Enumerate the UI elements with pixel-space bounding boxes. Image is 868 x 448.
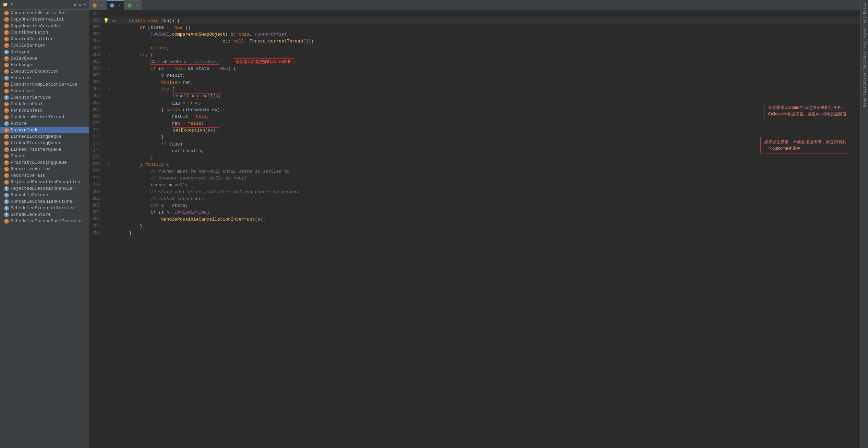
line-number: 258 [89, 38, 103, 45]
line-code[interactable]: int s = state; [116, 202, 860, 209]
sidebar-item-forkjoinworkerthread[interactable]: CForkJoinWorkerThread [0, 114, 89, 120]
maven-panel[interactable]: Maven [862, 25, 867, 39]
uel-panel[interactable]: uel [862, 40, 867, 49]
sidebar-item-countdownlatch[interactable]: CCountDownLatch [0, 29, 89, 36]
tab-icon-runnable [128, 3, 132, 8]
line-code[interactable]: // prevent concurrent calls to run() [116, 175, 860, 182]
class-type-badge: C [4, 63, 9, 67]
tab-runnable[interactable]: ✕ [124, 0, 142, 10]
line-code[interactable]: } [116, 134, 860, 140]
sidebar-item-linkedtransferqueue[interactable]: CLinkedTransferQueue [0, 146, 89, 153]
line-code[interactable] [116, 10, 860, 17]
sidebar-item-linkedblockingdeque[interactable]: CLinkedBlockingDeque [0, 133, 89, 140]
line-code[interactable]: } [116, 154, 860, 161]
line-number: 255 [89, 17, 103, 24]
close-abstract-tab[interactable]: ✕ [101, 3, 103, 8]
line-code[interactable]: handlePossibleCancellationInterrupt(s); [116, 216, 860, 223]
sidebar-item-recursivetask[interactable]: CRecursiveTask [0, 172, 89, 179]
sidebar-item-runnablefuture[interactable]: IRunnableFuture [0, 192, 89, 198]
close-future-tab[interactable]: ✕ [118, 3, 120, 8]
line-code[interactable]: set(result); [116, 147, 860, 154]
line-code[interactable]: } catch (Throwable ex) { [116, 106, 860, 113]
line-code[interactable]: if (s >= INTERRUPTING) [116, 209, 860, 216]
sidebar-item-scheduledfuture[interactable]: IScheduledFuture [0, 211, 89, 218]
line-code[interactable]: public void run() { [116, 17, 860, 24]
table-row: 270 ran = false; [89, 120, 860, 127]
line-code[interactable]: V result; [116, 72, 860, 79]
sidebar-item-future[interactable]: IFuture [0, 120, 89, 127]
database-panel[interactable]: Database [862, 50, 867, 71]
line-code[interactable]: if (ran) [116, 140, 860, 147]
line-gutter: ◇ [103, 161, 116, 168]
table-row: 278 // prevent concurrent calls to run() [89, 175, 860, 182]
sidebar-item-recursiveaction[interactable]: CRecursiveAction [0, 166, 89, 172]
code-editor[interactable]: 254 255 💡 ⬆⬇ public void run() { 256 if … [89, 10, 860, 448]
sidebar-item-concurrentskiplistset[interactable]: CConcurrentSkipListSet [0, 10, 89, 16]
tab-future-task[interactable]: ✕ [107, 0, 124, 10]
sidebar-item-delayqueue[interactable]: CDelayQueue [0, 55, 89, 62]
ant-build-panel[interactable]: Ant Build [862, 1, 867, 24]
close-runnable-tab[interactable]: ✕ [136, 3, 138, 8]
sidebar-item-executorservice[interactable]: IExecutorService [0, 94, 89, 101]
layout-icon[interactable]: ⇄ [74, 2, 77, 8]
line-code[interactable]: try { [116, 51, 860, 58]
line-code[interactable]: return; [116, 45, 860, 51]
line-code[interactable]: !UNSAFE.compareAndSwapObject( o: this, r… [116, 31, 860, 38]
sidebar-item-scheduledthreadpoolexecutor[interactable]: CScheduledThreadPoolExecutor [0, 218, 89, 224]
line-code[interactable]: result = c.call(); [116, 92, 860, 99]
sidebar-item-forkjointask[interactable]: CForkJoinTask [0, 107, 89, 114]
line-code[interactable]: result = null; [116, 113, 860, 120]
tab-abstract-executor[interactable]: ✕ [89, 0, 107, 10]
table-row: 267 ran = true; [89, 99, 860, 106]
sidebar-item-priorityblockingqueue[interactable]: CPriorityBlockingQueue [0, 159, 89, 166]
line-code[interactable]: } finally { [116, 161, 860, 168]
sidebar-item-phaser[interactable]: CPhaser [0, 153, 89, 159]
sidebar-item-runnablescheduledfuture[interactable]: IRunnableScheduledFuture [0, 198, 89, 205]
table-row: 254 [89, 10, 860, 17]
line-code[interactable]: } [116, 223, 860, 229]
line-gutter [103, 216, 116, 223]
sidebar-item-executor[interactable]: IExecutor [0, 75, 89, 81]
sidebar-item-rejectedexecutionhandler[interactable]: IRejectedExecutionHandler [0, 185, 89, 192]
settings-icon[interactable]: ⚙ [79, 2, 81, 8]
class-type-badge: C [4, 141, 9, 146]
class-type-badge: C [4, 160, 9, 165]
sidebar-item-linkedblockingqueue[interactable]: CLinkedBlockingQueue [0, 140, 89, 146]
line-code[interactable]: if (state != NEW || [116, 24, 860, 31]
class-type-badge: C [4, 154, 9, 159]
line-code[interactable]: setException(ex); [116, 127, 860, 134]
line-code[interactable]: runner = null; [116, 182, 860, 188]
sidebar-item-delayed[interactable]: IDelayed [0, 49, 89, 55]
line-code[interactable]: try { [116, 86, 860, 92]
line-code[interactable]: o1: null, Thread.currentThread())) [116, 38, 860, 45]
table-row: 274 set(result); [89, 147, 860, 154]
sidebar-item-cyclicbarrier[interactable]: CCyclicBarrier [0, 42, 89, 49]
line-code[interactable]: // runner must be non-null until state i… [116, 168, 860, 175]
minimize-icon[interactable]: — [83, 2, 86, 8]
sidebar-item-executionexception[interactable]: CExecutionException [0, 68, 89, 75]
line-code[interactable]: ran = false; [116, 120, 860, 127]
line-code[interactable]: // leaked interrupts [116, 195, 860, 202]
bean-validation-panel[interactable]: Bean Validation [862, 72, 867, 108]
line-code[interactable]: } [116, 229, 860, 236]
line-code[interactable]: if (c != null && state == NEW) { [116, 65, 860, 72]
dropdown-icon[interactable]: ▼ [11, 3, 13, 7]
line-code[interactable]: // state must be re-read after nulling r… [116, 188, 860, 195]
sidebar-item-futuretask[interactable]: CFutureTask [0, 127, 89, 133]
line-code[interactable]: Callable<V> c = callable; 这就是我们提交的Callab… [116, 58, 860, 65]
sidebar-item-copyonwritearraylist[interactable]: CCopyOnWriteArrayList [0, 16, 89, 23]
class-name-label: LinkedBlockingQueue [11, 140, 61, 146]
line-code[interactable]: boolean ran; [116, 79, 860, 86]
sidebar-item-rejectedexecutionexception[interactable]: CRejectedExecutionException [0, 179, 89, 185]
line-number: 262 [89, 65, 103, 72]
sidebar-item-executorcompletionservice[interactable]: CExecutorCompletionService [0, 81, 89, 88]
sidebar-item-exchanger[interactable]: CExchanger [0, 62, 89, 68]
line-number: 256 [89, 24, 103, 31]
sidebar-item-countedcompleter[interactable]: CCountedCompleter [0, 36, 89, 42]
class-name-label: ConcurrentSkipListSet [11, 10, 67, 15]
sidebar-item-forkjoinpool[interactable]: CForkJoinPool [0, 101, 89, 107]
sidebar-item-executors[interactable]: CExecutors [0, 88, 89, 94]
line-code[interactable]: ran = true; [116, 99, 860, 106]
sidebar-item-scheduledexecutorservice[interactable]: IScheduledExecutorService [0, 205, 89, 211]
sidebar-item-copyonwritearrayset[interactable]: CCopyOnWriteArraySet [0, 23, 89, 29]
